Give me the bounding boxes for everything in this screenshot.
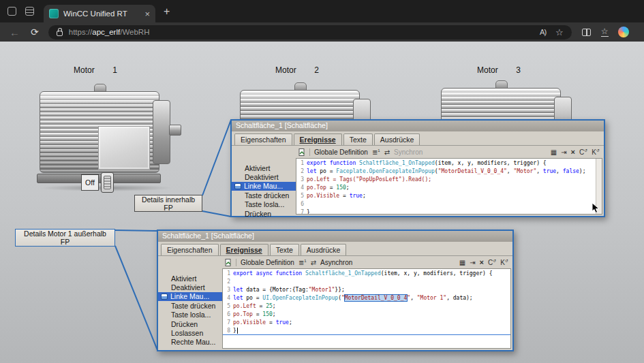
table-icon[interactable]: ▦ (459, 259, 465, 266)
code-line[interactable]: 4let po = UI.OpenFaceplateInPopup("Motor… (223, 294, 510, 302)
event-item[interactable]: Drücken (232, 209, 296, 218)
code-line[interactable]: 5po.Visible = true; (296, 192, 602, 200)
browser-tab[interactable]: WinCC Unified RT × (44, 5, 155, 22)
code-line[interactable]: 4po.Top = 150; (296, 184, 602, 192)
motor-toggle-switch[interactable] (101, 172, 114, 193)
tab-actions-icon[interactable] (25, 7, 34, 16)
code-line[interactable]: 5po.Left = 25; (223, 302, 510, 311)
tab-ausdruecke[interactable]: Ausdrücke (374, 133, 420, 145)
event-item[interactable]: Taste losla... (232, 200, 296, 209)
sync-mode-button[interactable]: Asynchron (320, 259, 352, 266)
dialog-tabs: Eigenschaften Ereignisse Texte Ausdrücke (158, 242, 512, 256)
event-list: AktiviertDeaktiviertLinke Mau...Taste dr… (158, 256, 222, 350)
script-editor: Globale Definition ≣1 ⇄ Asynchron ▦ ⇥ × … (222, 256, 512, 350)
undo-k-icon[interactable]: K↺ (592, 148, 600, 156)
back-icon[interactable]: ← (10, 27, 20, 38)
event-item[interactable]: Linke Mau... (232, 182, 296, 191)
address-bar[interactable]: https://apc_erlf/WebRH A) ☆ (48, 25, 572, 40)
code-line[interactable]: 3po.Left = Tags("PopUpPosLeft").Read(); (296, 176, 602, 184)
tab-texte[interactable]: Texte (343, 133, 373, 145)
tab-ausdruecke[interactable]: Ausdrücke (301, 244, 347, 255)
delete-icon[interactable]: × (480, 259, 484, 266)
code-line[interactable]: 1export async function Schaltfläche_1_On… (223, 270, 510, 278)
split-screen-icon[interactable] (582, 29, 591, 36)
dialog-tabs: Eigenschaften Ereignisse Texte Ausdrücke (232, 131, 604, 146)
snippet-list-icon[interactable]: ≣1 (298, 259, 307, 266)
details-innerhalb-fp-button[interactable]: Details innerhalb FP (134, 195, 202, 212)
new-tab-button[interactable]: + (164, 5, 170, 18)
switch-knob (104, 176, 111, 189)
script-icon[interactable] (298, 148, 305, 156)
event-item[interactable]: Linke Mau... (158, 292, 222, 301)
undo-k-icon[interactable]: K↺ (500, 259, 508, 266)
tab-title: WinCC Unified RT (63, 10, 140, 18)
browser-titlebar: WinCC Unified RT × + (0, 0, 644, 22)
insert-icon[interactable]: ⇥ (470, 259, 475, 266)
schaltflaeche-dialog-2: Schaltfläche_1 [Schaltfläche] Eigenschaf… (157, 230, 514, 351)
mouse-event-icon (161, 294, 168, 300)
event-item[interactable]: Loslassen (158, 328, 222, 337)
tab-eigenschaften[interactable]: Eigenschaften (234, 133, 292, 145)
event-item[interactable]: Drücken (158, 319, 222, 328)
insert-icon[interactable]: ⇥ (561, 149, 566, 156)
dialog-title[interactable]: Schaltfläche_1 [Schaltfläche] (232, 121, 604, 131)
code-editor[interactable]: 1export function Schaltfläche_1_OnTapped… (296, 158, 602, 215)
mouse-event-icon (234, 183, 241, 189)
tab-ereignisse[interactable]: Ereignisse (294, 133, 342, 145)
url-text[interactable]: https://apc_erlf/WebRH (69, 28, 150, 36)
tab-eigenschaften[interactable]: Eigenschaften (161, 244, 219, 255)
tab-ereignisse[interactable]: Ereignisse (220, 244, 269, 255)
event-item[interactable]: Deaktiviert (158, 283, 222, 291)
motor-state-field: Off (81, 174, 99, 191)
event-item[interactable]: Taste losla... (158, 311, 222, 319)
snippet-list-icon[interactable]: ≣1 (372, 148, 380, 156)
table-icon[interactable]: ▦ (551, 149, 557, 156)
copilot-icon[interactable] (618, 27, 629, 37)
code-line[interactable]: 6po.Top = 150; (223, 311, 510, 319)
event-list: AktiviertDeaktiviertLinke Mau...Taste dr… (232, 146, 296, 216)
editor-toolbar: Globale Definition ≣1 ⇄ Asynchron ▦ ⇥ × … (222, 257, 511, 268)
code-line[interactable]: 7po.Visible = true; (223, 319, 510, 327)
details-motor1-ausserhalb-fp-button[interactable]: Details Motor 1 außerhalb FP (15, 229, 115, 247)
add-favorite-icon[interactable]: ☆ (555, 27, 564, 37)
editor-toolbar: Globale Definition ≣1 ⇄ Synchron ▦ ⇥ × C… (296, 146, 602, 158)
tab-texte[interactable]: Texte (270, 244, 299, 255)
sync-mode-icon: ⇄ (384, 149, 390, 156)
browser-window: WinCC Unified RT × + ← ⟳ https://apc_erl… (0, 0, 644, 363)
code-line[interactable]: 7} (296, 208, 602, 215)
code-line[interactable]: 2let po = Faceplate.OpenFaceplateInPopup… (296, 168, 602, 176)
event-item[interactable]: Taste drücken (158, 301, 222, 310)
script-icon[interactable] (225, 259, 232, 266)
event-item[interactable]: Deaktiviert (232, 172, 296, 181)
read-aloud-icon[interactable]: A) (540, 28, 546, 36)
lock-icon (57, 31, 63, 36)
code-line[interactable]: 1export function Schaltfläche_1_OnTapped… (296, 159, 602, 168)
code-line[interactable]: 3let data = {Motor:{Tag:"Motor1"}}; (223, 286, 510, 294)
sync-mode-icon: ⇄ (311, 259, 316, 266)
globale-definition-button[interactable]: Globale Definition (241, 259, 294, 266)
mouse-cursor (592, 202, 602, 215)
event-item[interactable]: Aktiviert (232, 163, 296, 172)
event-item[interactable]: Rechte Mau... (158, 338, 222, 347)
code-editor[interactable]: 1export async function Schaltfläche_1_On… (222, 268, 511, 349)
event-item[interactable]: Taste drücken (232, 191, 296, 200)
motor-3-label: Motor3 (477, 65, 521, 75)
dialog-title[interactable]: Schaltfläche_1 [Schaltfläche] (158, 231, 512, 242)
undo-c-icon[interactable]: C↺ (579, 148, 587, 156)
wincc-favicon (49, 9, 59, 18)
motor-1-label: Motor1 (74, 65, 117, 75)
script-editor: Globale Definition ≣1 ⇄ Synchron ▦ ⇥ × C… (296, 146, 604, 216)
workspaces-icon[interactable] (7, 7, 16, 16)
event-item[interactable]: Aktiviert (158, 274, 222, 283)
tab-close-icon[interactable]: × (144, 10, 150, 18)
undo-c-icon[interactable]: C↺ (488, 259, 496, 266)
code-line[interactable]: 2 (223, 278, 510, 286)
favorites-bar-icon[interactable]: ☆ (601, 27, 609, 37)
refresh-icon[interactable]: ⟳ (31, 27, 39, 37)
code-line[interactable]: 6 (296, 200, 602, 208)
globale-definition-button[interactable]: Globale Definition (314, 148, 368, 156)
sync-mode-button[interactable]: Synchron (394, 148, 423, 156)
code-line[interactable]: 8} (223, 327, 510, 335)
delete-icon[interactable]: × (571, 148, 575, 156)
schaltflaeche-dialog-1: Schaltfläche_1 [Schaltfläche] Eigenschaf… (230, 119, 605, 217)
